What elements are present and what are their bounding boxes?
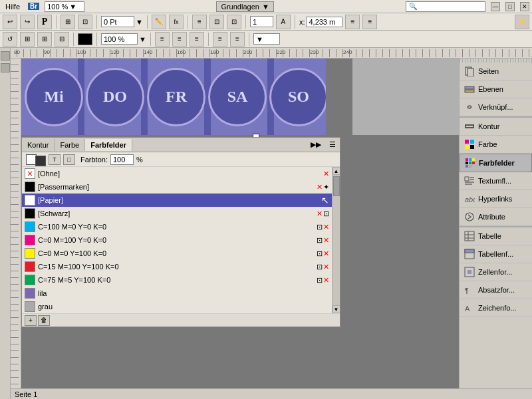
redo-button[interactable]: ↪	[20, 15, 35, 29]
swatch-color-ohne: ×	[25, 168, 35, 179]
swatch-name-grau: grau	[38, 303, 329, 311]
panel-item-tabellenf[interactable]: Tabellenf...	[460, 245, 532, 263]
swatch-row-red[interactable]: C=15 M=100 Y=100 K=0 ⊡ ✕	[22, 260, 332, 273]
svg-rect-1	[467, 68, 473, 76]
tool-special[interactable]: ⚡	[515, 15, 529, 29]
scroll-up[interactable]: ▲	[332, 167, 340, 175]
align-row-2[interactable]: ≡	[172, 32, 187, 47]
panel-item-absatzfor[interactable]: ¶ Absatzfor...	[460, 281, 532, 299]
swatch-row-grau[interactable]: grau	[22, 300, 332, 313]
color-swatch-tb[interactable]	[78, 33, 92, 45]
search-box[interactable]: 🔍	[406, 1, 485, 12]
tool-r1[interactable]: ↺	[3, 32, 17, 47]
del-color-btn[interactable]: 🗑	[38, 315, 50, 326]
add-color-btn[interactable]: +	[25, 315, 37, 326]
svg-rect-12	[466, 162, 468, 164]
left-tools-panel	[0, 48, 11, 399]
separator6	[295, 15, 295, 29]
swatch-row-passermarken[interactable]: [Passermarken] ✕ ✦	[22, 180, 332, 194]
swatch-row-lila[interactable]: lila	[22, 287, 332, 300]
swatch-row-ohne[interactable]: × [Ohne] ✕	[22, 167, 332, 180]
undo-button[interactable]: ↩	[3, 15, 17, 29]
swatches-bottom-toolbar: + 🗑	[22, 313, 340, 327]
text-tool-btn[interactable]: P	[37, 15, 52, 29]
farbton-input[interactable]	[110, 154, 134, 165]
swatch-row-schwarz[interactable]: [Schwarz] ✕ ⊡	[22, 207, 332, 220]
panel-item-ebenen[interactable]: Ebenen	[460, 80, 532, 98]
tool-pencil[interactable]: ✏️	[152, 15, 166, 29]
tools-1[interactable]: ⊞	[61, 15, 75, 29]
tab-farbfelder[interactable]: Farbfelder	[85, 139, 132, 151]
num-pages-input[interactable]	[250, 16, 273, 27]
dropdown-r1[interactable]: ▼	[253, 33, 280, 45]
svg-rect-8	[470, 145, 474, 149]
swatch-row-magenta[interactable]: C=0 M=100 Y=0 K=0 ⊡ ✕	[22, 233, 332, 247]
swatch-row-cyan[interactable]: C=100 M=0 Y=0 K=0 ⊡ ✕	[22, 220, 332, 233]
swatch-row-papier[interactable]: [Papier] ↖	[22, 194, 332, 207]
svg-text:abc: abc	[465, 196, 475, 203]
swatch-row-yellow[interactable]: C=0 M=0 Y=100 K=0 ⊡ ✕	[22, 247, 332, 260]
align-row-1[interactable]: ≡	[155, 32, 170, 47]
align-row-3[interactable]: ≡	[190, 32, 204, 47]
pt-input[interactable]	[101, 16, 134, 27]
svg-rect-2	[465, 86, 474, 89]
align-btns2[interactable]: ≡	[362, 15, 377, 29]
svg-rect-15	[466, 165, 468, 168]
farbton-toolbar: T □ Farbton: %	[22, 152, 340, 167]
panel-item-farbe[interactable]: Farbe	[460, 136, 532, 154]
align-row-4[interactable]: ≡	[213, 32, 227, 47]
panel-menu-btn[interactable]: ☰	[325, 138, 340, 151]
workspace-dropdown[interactable]: Grundlagen ▼	[216, 1, 273, 12]
minimize-button[interactable]: —	[491, 2, 500, 11]
panel-label-zellenfor: Zellenfor...	[478, 268, 512, 276]
tab-kontur[interactable]: Kontur	[22, 139, 55, 151]
panel-more-btn[interactable]: ▶▶	[307, 138, 325, 151]
svg-rect-14	[472, 162, 475, 164]
panel-item-textumfl[interactable]: Textumfl...	[460, 172, 532, 190]
pt-dropdown[interactable]: ▼	[136, 18, 143, 26]
tool-r4[interactable]: ⊟	[55, 32, 69, 47]
tools-2[interactable]: ⊡	[78, 15, 92, 29]
align-tool-3[interactable]: ⊡	[227, 15, 241, 29]
panel-item-tabelle[interactable]: Tabelle	[460, 227, 532, 245]
swatch-list: × [Ohne] ✕ [Passermarken]	[22, 167, 332, 313]
panel-item-kontur[interactable]: Kontur	[460, 118, 532, 136]
panel-item-zellenfor[interactable]: Zellenfor...	[460, 263, 532, 281]
tool-group-a[interactable]: A	[276, 15, 291, 29]
percent-input[interactable]	[101, 33, 138, 45]
left-tool-2[interactable]	[1, 63, 10, 72]
table-icon	[464, 230, 475, 242]
tab-farbe[interactable]: Farbe	[55, 139, 85, 151]
panel-item-zeichenfo[interactable]: A Zeichenfo...	[460, 299, 532, 317]
format-obj-btn[interactable]: □	[63, 154, 75, 165]
svg-rect-4	[466, 125, 473, 128]
close-button[interactable]: ✕	[520, 2, 529, 11]
maximize-button[interactable]: □	[505, 2, 515, 11]
panel-item-hyperlinks[interactable]: abc Hyperlinks	[460, 190, 532, 208]
menu-hilfe[interactable]: Hilfe	[3, 2, 23, 11]
format-text-btn[interactable]: T	[49, 154, 61, 165]
scroll-down[interactable]: ▼	[332, 305, 340, 313]
tool-r2[interactable]: ⊞	[20, 32, 35, 47]
percent-dropdown[interactable]: ▼	[139, 35, 146, 43]
swatch-row-green[interactable]: C=75 M=5 Y=100 K=0 ⊡ ✕	[22, 273, 332, 287]
scroll-thumb[interactable]	[333, 176, 340, 196]
tool-r3[interactable]: ⊞	[37, 32, 52, 47]
zoom-dropdown[interactable]: 100 % ▼	[45, 1, 84, 12]
canvas[interactable]: Mi DO FR SA SO	[21, 59, 459, 388]
panel-item-farbfelder[interactable]: Farbfelder	[460, 154, 532, 172]
v-ruler	[11, 59, 21, 388]
stroke-indicator[interactable]	[35, 156, 46, 166]
align-btns[interactable]: ≡	[345, 15, 360, 29]
stroke-icon	[464, 120, 475, 132]
align-tool-2[interactable]: ⊡	[209, 15, 224, 29]
panel-item-attribute[interactable]: Attribute	[460, 208, 532, 226]
panel-item-seiten[interactable]: Seiten	[460, 63, 532, 80]
align-row-5[interactable]: ≡	[230, 32, 245, 47]
align-tool-1[interactable]: ≡	[192, 15, 207, 29]
left-tool-1[interactable]	[1, 51, 10, 61]
svg-rect-29	[465, 249, 474, 253]
tool-fx[interactable]: fx	[169, 15, 184, 29]
swatches-scrollbar[interactable]: ▲ ▼	[332, 167, 340, 313]
panel-item-verknuepf[interactable]: Verknüpf...	[460, 98, 532, 116]
